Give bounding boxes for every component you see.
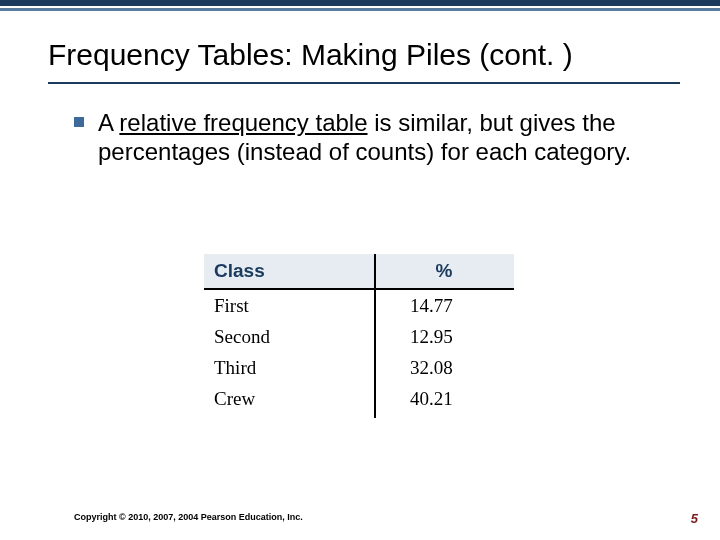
table-header-class: Class: [204, 254, 374, 288]
table-vertical-divider: [374, 254, 376, 418]
table-row: Third 32.08: [204, 352, 514, 383]
table-cell-class: Crew: [204, 388, 374, 410]
table-rows: First 14.77 Second 12.95 Third 32.08 Cre…: [204, 290, 514, 414]
table-row: Second 12.95: [204, 321, 514, 352]
table-cell-class: Second: [204, 326, 374, 348]
bullet-item: A relative frequency table is similar, b…: [74, 108, 674, 167]
bullet-underlined: relative frequency table: [119, 109, 367, 136]
bullet-prefix: A: [98, 109, 119, 136]
top-accent-bars: [0, 0, 720, 18]
bullet-square-icon: [74, 117, 84, 127]
table-cell-class: First: [204, 295, 374, 317]
relative-frequency-table: Class % First 14.77 Second 12.95 Third 3…: [204, 254, 514, 434]
accent-bar-light: [0, 8, 720, 11]
slide: Frequency Tables: Making Piles (cont. ) …: [0, 0, 720, 540]
page-number: 5: [691, 511, 698, 526]
table-cell-percent: 40.21: [374, 388, 514, 410]
table-cell-percent: 32.08: [374, 357, 514, 379]
slide-title: Frequency Tables: Making Piles (cont. ): [48, 38, 680, 72]
table-row: Crew 40.21: [204, 383, 514, 414]
table-cell-class: Third: [204, 357, 374, 379]
table-header: Class %: [204, 254, 514, 290]
bullet-text: A relative frequency table is similar, b…: [98, 108, 674, 167]
table-header-percent: %: [374, 254, 514, 288]
table-cell-percent: 14.77: [374, 295, 514, 317]
table-cell-percent: 12.95: [374, 326, 514, 348]
slide-body: A relative frequency table is similar, b…: [74, 108, 674, 167]
copyright-text: Copyright © 2010, 2007, 2004 Pearson Edu…: [74, 512, 303, 522]
title-underline: [48, 82, 680, 84]
table-row: First 14.77: [204, 290, 514, 321]
